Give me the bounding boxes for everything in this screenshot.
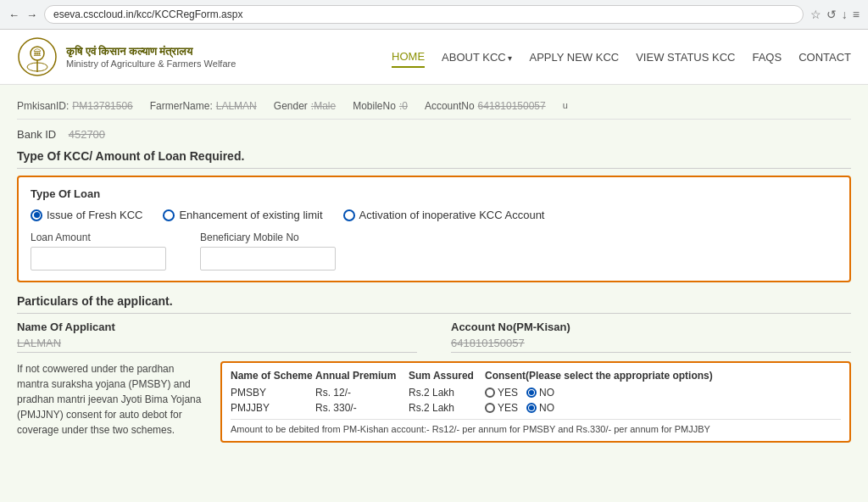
bank-id-row: Bank ID 452700 [17, 128, 851, 141]
pmjjby-premium: Rs. 330/- [315, 402, 409, 414]
logo-line2: Ministry of Agriculture & Farmers Welfar… [66, 59, 236, 69]
browser-back-icon[interactable]: ← [8, 8, 19, 21]
scheme-row-pmjjby: PMJJBY Rs. 330/- Rs.2 Lakh YES NO [231, 402, 841, 414]
scheme-description-text: If not cowwered under the pardhan mantra… [17, 361, 203, 443]
browser-url-input[interactable] [44, 5, 804, 24]
nav-home[interactable]: HOME [392, 47, 425, 68]
particulars-title: Particulars of the applicant. [17, 294, 851, 314]
pmkisan-value: PM13781506 [72, 100, 132, 112]
browser-bar: ← → ☆ ↺ ↓ ≡ [0, 0, 868, 30]
particulars-section: Particulars of the applicant. Name Of Ap… [17, 294, 851, 443]
bottom-section: If not cowwered under the pardhan mantra… [17, 361, 851, 443]
mobile-info: MobileNo :0 [353, 100, 408, 112]
radio-activation[interactable]: Activation of inoperative KCC Account [343, 209, 545, 221]
scheme-col-header-2: Annual Premium [315, 370, 409, 382]
loan-type-radio-group: Issue of Fresh KCC Enhancement of existi… [31, 209, 837, 221]
scheme-row-pmsby: PMSBY Rs. 12/- Rs.2 Lakh YES NO [231, 387, 841, 399]
beneficiary-mobile-field: Beneficiary Mobile No [200, 231, 336, 271]
pmsby-yes-circle [485, 388, 495, 398]
beneficiary-mobile-input[interactable] [200, 247, 336, 271]
pmjjby-consent: YES NO [485, 402, 841, 414]
radio-enhancement-circle [163, 209, 175, 221]
applicant-name-label: Name Of Applicant [17, 321, 417, 333]
kcc-section-title: Type Of KCC/ Amount of Loan Required. [17, 149, 851, 169]
pmsby-no-option[interactable]: NO [526, 387, 554, 399]
info-bar: PmkisanID: PM13781506 FarmerName: LALMAN… [17, 93, 851, 120]
pmjjby-no-circle [526, 403, 537, 413]
radio-activation-label: Activation of inoperative KCC Account [359, 209, 545, 221]
applicant-account-value: 641810150057 [451, 337, 851, 353]
pmsby-no-circle [526, 388, 537, 398]
applicant-account-label: Account No(PM-Kisan) [451, 321, 851, 333]
loan-form-row: Loan Amount Beneficiary Mobile No [31, 231, 837, 271]
pmjjby-assured: Rs.2 Lakh [409, 402, 485, 414]
pmsby-name: PMSBY [231, 387, 315, 399]
farmer-value: LALMAN [216, 100, 257, 112]
pmjjby-no-label: NO [539, 402, 554, 414]
pmjjby-yes-option[interactable]: YES [485, 402, 518, 414]
refresh-icon[interactable]: ↺ [826, 8, 837, 21]
government-emblem: 🏛 [17, 36, 58, 77]
pmsby-yes-label: YES [498, 387, 518, 399]
edit-icon[interactable]: u [563, 100, 568, 112]
pmjjby-no-option[interactable]: NO [526, 402, 554, 414]
loan-amount-field: Loan Amount [31, 231, 166, 271]
scheme-col-header-1: Name of Scheme [231, 370, 315, 382]
scheme-note: Amount to be debited from PM-Kishan acco… [231, 419, 841, 434]
applicant-name-value: LALMAN [17, 337, 417, 353]
mobile-label: MobileNo [353, 100, 396, 112]
radio-fresh-kcc-label: Issue of Fresh KCC [47, 209, 142, 221]
scheme-box: Name of Scheme Annual Premium Sum Assure… [220, 361, 851, 443]
gender-value: :Male [311, 100, 336, 112]
main-content: PmkisanID: PM13781506 FarmerName: LALMAN… [0, 85, 868, 502]
pmsby-yes-option[interactable]: YES [485, 387, 518, 399]
nav-about-kcc[interactable]: ABOUT KCC [442, 47, 512, 67]
download-icon[interactable]: ↓ [842, 8, 848, 21]
pmkisan-info: PmkisanID: PM13781506 [17, 100, 133, 112]
applicant-name-field: Name Of Applicant LALMAN [17, 321, 417, 353]
pmsby-no-label: NO [539, 387, 554, 399]
loan-amount-input[interactable] [31, 247, 166, 271]
gender-info: Gender :Male [274, 100, 336, 112]
site-header: 🏛 कृषि एवं किसान कल्याण मंत्रालय Ministr… [0, 30, 868, 85]
loan-amount-label: Loan Amount [31, 231, 166, 243]
applicant-account-field: Account No(PM-Kisan) 641810150057 [451, 321, 851, 353]
radio-fresh-kcc-circle [31, 209, 42, 221]
bank-id-label: Bank ID [17, 128, 56, 141]
gender-label: Gender [274, 100, 308, 112]
radio-activation-circle [343, 209, 355, 221]
applicant-row: Name Of Applicant LALMAN Account No(PM-K… [17, 321, 851, 353]
nav-view-status[interactable]: VIEW STATUS KCC [636, 47, 735, 67]
bank-id-value: 452700 [69, 128, 105, 141]
pmsby-assured: Rs.2 Lakh [409, 387, 485, 399]
scheme-col-header-4: Consent(Please select the appropriate op… [485, 370, 841, 382]
pmjjby-name: PMJJBY [231, 402, 315, 414]
pmjjby-yes-circle [485, 403, 495, 413]
bookmark-icon[interactable]: ☆ [810, 8, 821, 21]
mobile-value: :0 [399, 100, 408, 112]
nav-faqs[interactable]: FAQS [752, 47, 782, 67]
beneficiary-mobile-label: Beneficiary Mobile No [200, 231, 336, 243]
nav-menu: HOME ABOUT KCC APPLY NEW KCC VIEW STATUS… [392, 47, 851, 68]
radio-enhancement-label: Enhancement of existing limit [179, 209, 322, 221]
radio-fresh-kcc[interactable]: Issue of Fresh KCC [31, 209, 142, 221]
radio-enhancement[interactable]: Enhancement of existing limit [163, 209, 322, 221]
account-label: AccountNo [425, 100, 475, 112]
farmer-label: FarmerName: [150, 100, 213, 112]
logo-area: 🏛 कृषि एवं किसान कल्याण मंत्रालय Ministr… [17, 36, 392, 77]
loan-type-box: Type Of Loan Issue of Fresh KCC Enhancem… [17, 176, 851, 282]
browser-forward-icon[interactable]: → [26, 8, 37, 21]
svg-text:🏛: 🏛 [33, 48, 42, 58]
pmsby-consent: YES NO [485, 387, 841, 399]
pmjjby-yes-label: YES [498, 402, 518, 414]
pmsby-premium: Rs. 12/- [315, 387, 409, 399]
nav-contact[interactable]: CONTACT [798, 47, 851, 67]
farmer-info: FarmerName: LALMAN [150, 100, 257, 112]
nav-apply-new-kcc[interactable]: APPLY NEW KCC [529, 47, 619, 67]
scheme-col-header-3: Sum Assured [409, 370, 485, 382]
loan-box-title: Type Of Loan [31, 187, 837, 200]
account-value: 641810150057 [478, 100, 546, 112]
scheme-table-header: Name of Scheme Annual Premium Sum Assure… [231, 370, 841, 382]
logo-text: कृषि एवं किसान कल्याण मंत्रालय Ministry … [66, 45, 236, 69]
menu-icon[interactable]: ≡ [853, 8, 860, 21]
